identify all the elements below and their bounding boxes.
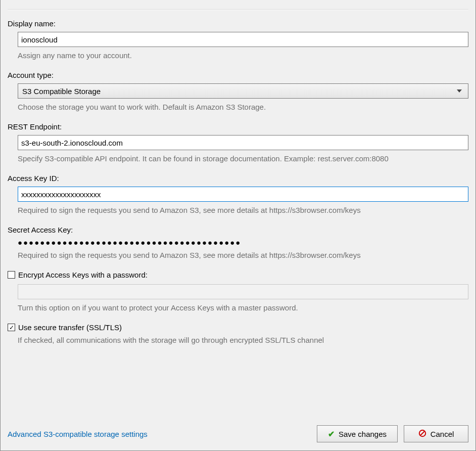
rest-endpoint-label: REST Endpoint: xyxy=(8,122,468,131)
save-button-label: Save changes xyxy=(339,430,387,438)
rest-endpoint-input[interactable] xyxy=(18,135,468,150)
access-key-help: Required to sign the requests you send t… xyxy=(18,206,468,214)
secret-key-group: Secret Access Key: ●●●●●●●●●●●●●●●●●●●●●… xyxy=(8,225,468,259)
ssl-help: If checked, all communications with the … xyxy=(18,336,468,344)
check-icon: ✓ xyxy=(9,325,14,331)
display-name-label: Display name: xyxy=(8,19,468,28)
separator xyxy=(8,9,468,10)
access-key-label: Access Key ID: xyxy=(8,174,468,183)
secret-key-input[interactable]: ●●●●●●●●●●●●●●●●●●●●●●●●●●●●●●●●●●●●●●●● xyxy=(18,238,468,247)
rest-endpoint-group: REST Endpoint: Specify S3-compatible API… xyxy=(8,122,468,163)
display-name-help: Assign any name to your account. xyxy=(18,51,468,60)
rest-endpoint-help: Specify S3-compatible API endpoint. It c… xyxy=(18,154,468,163)
ssl-checkbox[interactable]: ✓ xyxy=(8,324,15,331)
encrypt-group: Encrypt Access Keys with a password: Tur… xyxy=(8,270,468,312)
display-name-group: Display name: Assign any name to your ac… xyxy=(8,19,468,60)
account-settings-dialog: Display name: Assign any name to your ac… xyxy=(0,0,476,451)
encrypt-password-input xyxy=(18,284,468,299)
ssl-label: Use secure transfer (SSL/TLS) xyxy=(18,323,122,332)
display-name-input[interactable] xyxy=(18,32,468,47)
encrypt-checkbox[interactable] xyxy=(8,271,15,279)
account-type-help: Choose the storage you want to work with… xyxy=(18,103,468,111)
svg-line-1 xyxy=(420,431,424,435)
ssl-group: ✓ Use secure transfer (SSL/TLS) If check… xyxy=(8,323,468,344)
secret-key-help: Required to sign the requests you send t… xyxy=(18,251,468,259)
dialog-footer: Advanced S3-compatible storage settings … xyxy=(8,425,468,442)
secret-key-label: Secret Access Key: xyxy=(8,225,468,234)
account-type-label: Account type: xyxy=(8,71,468,79)
access-key-group: Access Key ID: Required to sign the requ… xyxy=(8,174,468,214)
account-type-selected: S3 Compatible Storage xyxy=(22,87,101,96)
cancel-button[interactable]: Cancel xyxy=(404,425,468,442)
button-row: ✔ Save changes Cancel xyxy=(317,425,468,442)
account-type-group: Account type: S3 Compatible Storage Choo… xyxy=(8,71,468,111)
advanced-settings-link[interactable]: Advanced S3-compatible storage settings xyxy=(8,430,148,438)
encrypt-label: Encrypt Access Keys with a password: xyxy=(18,270,148,279)
encrypt-help: Turn this option on if you want to prote… xyxy=(18,303,468,312)
chevron-down-icon xyxy=(457,89,462,93)
access-key-input[interactable] xyxy=(18,187,468,202)
check-ok-icon: ✔ xyxy=(328,429,335,439)
account-type-select[interactable]: S3 Compatible Storage xyxy=(18,83,468,99)
cancel-icon xyxy=(418,429,426,439)
cancel-button-label: Cancel xyxy=(431,430,454,438)
save-button[interactable]: ✔ Save changes xyxy=(317,425,398,442)
